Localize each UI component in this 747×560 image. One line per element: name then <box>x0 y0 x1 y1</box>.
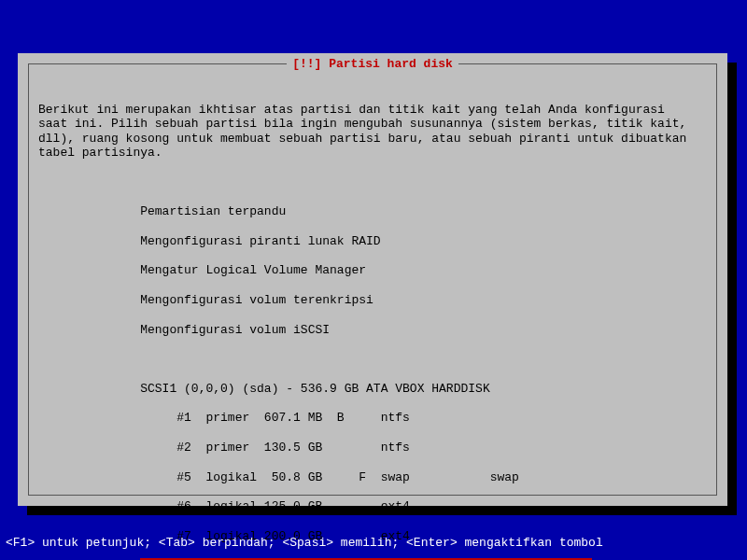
menu-guided-label: Pemartisian terpandu <box>140 204 286 218</box>
partition-1[interactable]: #1 primer 607.1 MB B ntfs <box>38 411 707 426</box>
intro-text: Berikut ini merupakan ikhtisar atas part… <box>38 103 707 161</box>
menu-encrypted-label: Mengonfigurasi volum terenkripsi <box>140 293 374 307</box>
disk-header-label: SCSI1 (0,0,0) (sda) - 536.9 GB ATA VBOX … <box>140 382 489 396</box>
partition-6[interactable]: #6 logikal 125.0 GB ext4 <box>38 499 707 514</box>
dialog-window: [!!] Partisi hard disk Berikut ini merup… <box>18 53 727 506</box>
blank <box>38 352 707 367</box>
menu-raid-label: Mengonfigurasi piranti lunak RAID <box>140 234 380 248</box>
partition-5[interactable]: #5 logikal 50.8 GB F swap swap <box>38 470 707 485</box>
menu-iscsi-label: Mengonfigurasi volum iSCSI <box>140 323 330 337</box>
disk-header[interactable]: SCSI1 (0,0,0) (sda) - 536.9 GB ATA VBOX … <box>38 382 707 397</box>
partition-6-label: #6 logikal 125.0 GB ext4 <box>140 499 410 513</box>
help-footer: <F1> untuk petunjuk; <Tab> berpindah; <S… <box>6 536 603 551</box>
partition-5-label: #5 logikal 50.8 GB F swap swap <box>140 470 519 484</box>
menu-raid[interactable]: Mengonfigurasi piranti lunak RAID <box>38 234 707 249</box>
dialog-title: [!!] Partisi hard disk <box>287 57 458 72</box>
dialog-content: Berikut ini merupakan ikhtisar atas part… <box>29 64 716 560</box>
partition-2-label: #2 primer 130.5 GB ntfs <box>140 441 410 455</box>
partition-1-label: #1 primer 607.1 MB B ntfs <box>140 411 410 425</box>
menu-guided[interactable]: Pemartisian terpandu <box>38 204 707 219</box>
title-wrap: [!!] Partisi hard disk <box>29 57 716 72</box>
partition-2[interactable]: #2 primer 130.5 GB ntfs <box>38 441 707 455</box>
menu-iscsi[interactable]: Mengonfigurasi volum iSCSI <box>38 323 707 338</box>
menu-lvm-label: Mengatur Logical Volume Manager <box>140 263 366 277</box>
menu-encrypted[interactable]: Mengonfigurasi volum terenkripsi <box>38 293 707 308</box>
window-border: [!!] Partisi hard disk Berikut ini merup… <box>28 63 717 496</box>
blank <box>38 175 707 190</box>
menu-lvm[interactable]: Mengatur Logical Volume Manager <box>38 263 707 278</box>
